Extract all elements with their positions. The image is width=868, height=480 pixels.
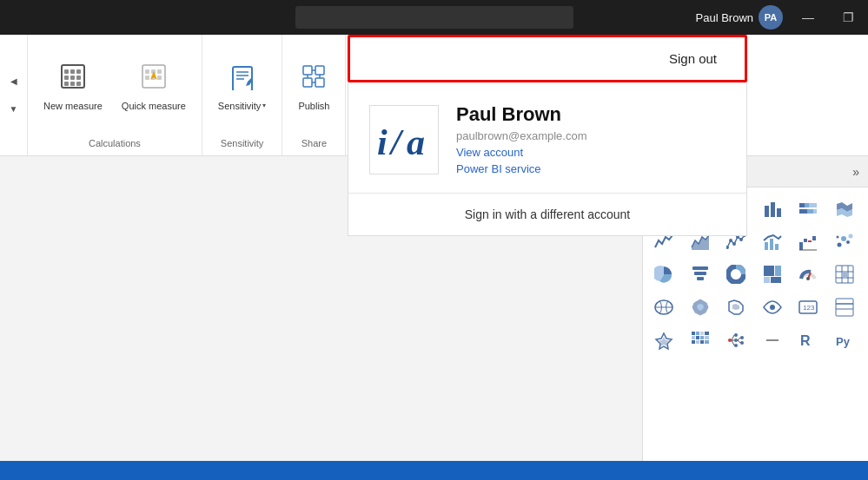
viz-table2[interactable] <box>829 292 860 323</box>
sign-out-bar: Sign out <box>348 35 747 82</box>
quick-measure-icon <box>140 62 168 96</box>
panel-expand-icon[interactable]: » <box>852 165 859 179</box>
account-popup: Sign out i / a Paul Brown paulbrown@exam… <box>348 35 747 236</box>
svg-rect-104 <box>705 332 709 335</box>
ribbon-back-btn[interactable]: ◀ <box>3 71 24 92</box>
viz-card[interactable]: 123 <box>792 292 824 323</box>
viz-map[interactable] <box>648 292 679 323</box>
svg-point-78 <box>732 270 740 279</box>
sensitivity-button[interactable]: Sensitivity ▾ <box>209 53 275 122</box>
svg-point-115 <box>734 339 738 342</box>
power-bi-service-link[interactable]: Power BI service <box>456 162 587 175</box>
svg-point-70 <box>837 243 841 247</box>
viz-treemap[interactable] <box>757 259 788 290</box>
svg-rect-106 <box>696 336 699 339</box>
viz-matrix[interactable] <box>829 259 860 290</box>
svg-point-60 <box>739 238 743 241</box>
svg-line-122 <box>738 338 740 340</box>
minimize-button[interactable]: — <box>788 0 828 35</box>
publish-button[interactable]: Publish <box>289 53 338 122</box>
viz-r-script[interactable]: R <box>792 325 824 356</box>
viz-kpi[interactable] <box>648 325 679 356</box>
svg-point-71 <box>841 236 846 241</box>
svg-text:Py: Py <box>836 335 851 348</box>
viz-combo-chart[interactable] <box>757 226 788 257</box>
view-account-link[interactable]: View account <box>456 146 587 159</box>
viz-eye[interactable] <box>757 292 788 323</box>
svg-point-117 <box>740 336 744 339</box>
sensitivity-icon <box>229 62 256 96</box>
svg-rect-62 <box>765 242 768 250</box>
svg-rect-11 <box>145 69 149 74</box>
svg-point-84 <box>806 277 810 280</box>
viz-heatmap[interactable] <box>685 325 716 356</box>
title-bar-right: Paul Brown PA — ❐ <box>696 0 868 35</box>
svg-text:a: a <box>407 122 425 162</box>
new-measure-label: New measure <box>43 100 103 112</box>
svg-rect-24 <box>303 78 312 87</box>
quick-measure-label: Quick measure <box>122 100 186 112</box>
popup-user-row: i / a Paul Brown paulbrown@example.com V… <box>369 103 726 193</box>
svg-rect-50 <box>799 203 805 207</box>
viz-shape-map[interactable] <box>720 292 752 323</box>
ribbon-sensitivity-section: Sensitivity ▾ Sensitivity <box>202 35 283 155</box>
svg-rect-102 <box>696 332 699 335</box>
ribbon-down-btn[interactable]: ▼ <box>3 99 24 120</box>
svg-rect-96 <box>836 299 853 316</box>
sign-in-different-link[interactable]: Sign in with a different account <box>369 194 726 235</box>
svg-rect-68 <box>812 236 816 240</box>
svg-rect-25 <box>315 78 324 87</box>
new-measure-button[interactable]: New measure <box>35 53 111 122</box>
viz-python[interactable]: Py <box>829 325 860 356</box>
viz-100-bar[interactable] <box>792 193 824 224</box>
viz-scatter[interactable] <box>829 226 860 257</box>
svg-rect-52 <box>809 203 817 207</box>
svg-rect-65 <box>799 242 803 250</box>
calculations-items: New measure Quick measure <box>35 38 195 136</box>
svg-rect-22 <box>303 66 312 75</box>
viz-funnel[interactable] <box>685 259 716 290</box>
viz-donut[interactable] <box>720 259 752 290</box>
viz-column-chart[interactable] <box>757 193 788 224</box>
viz-gauge[interactable] <box>792 259 824 290</box>
svg-point-113 <box>728 339 732 342</box>
svg-rect-108 <box>705 336 709 339</box>
user-name-label: Paul Brown <box>696 11 753 24</box>
ribbon-calculations-section: New measure Quick measure Calculations <box>28 35 202 155</box>
svg-rect-55 <box>813 209 817 214</box>
svg-rect-4 <box>64 76 69 80</box>
ribbon-share-section: Publish Share <box>282 35 346 155</box>
svg-rect-77 <box>697 277 704 280</box>
svg-rect-8 <box>70 82 75 86</box>
svg-rect-67 <box>808 240 812 242</box>
popup-user-email: paulbrown@example.com <box>456 129 587 142</box>
svg-rect-47 <box>765 206 769 217</box>
sensitivity-label: Sensitivity <box>218 100 262 112</box>
svg-text:123: 123 <box>803 304 815 312</box>
title-search-box[interactable] <box>295 6 573 29</box>
svg-text:/: / <box>388 122 404 162</box>
sign-out-button[interactable]: Sign out <box>652 44 734 73</box>
svg-rect-81 <box>764 277 770 283</box>
viz-decomp-tree[interactable] <box>720 325 752 356</box>
svg-rect-105 <box>692 336 695 339</box>
svg-rect-66 <box>804 239 807 242</box>
svg-point-58 <box>732 242 736 246</box>
svg-rect-14 <box>145 76 149 80</box>
svg-rect-1 <box>64 69 69 74</box>
viz-filled-map[interactable] <box>685 292 716 323</box>
quick-measure-button[interactable]: Quick measure <box>113 53 195 122</box>
viz-ribbon-chart[interactable] <box>829 193 860 224</box>
svg-rect-54 <box>807 209 813 214</box>
viz-pie[interactable] <box>648 259 679 290</box>
viz-waterfall[interactable] <box>792 226 824 257</box>
svg-rect-111 <box>700 340 704 344</box>
viz-minus[interactable] <box>757 325 788 356</box>
svg-rect-112 <box>705 340 709 344</box>
ribbon-nav-narrow: ◀ ▼ <box>0 35 28 155</box>
svg-point-114 <box>734 333 738 337</box>
restore-button[interactable]: ❐ <box>828 0 868 35</box>
svg-rect-75 <box>692 266 708 270</box>
popup-user-name: Paul Brown <box>456 103 587 126</box>
user-avatar[interactable]: PA <box>759 5 783 30</box>
